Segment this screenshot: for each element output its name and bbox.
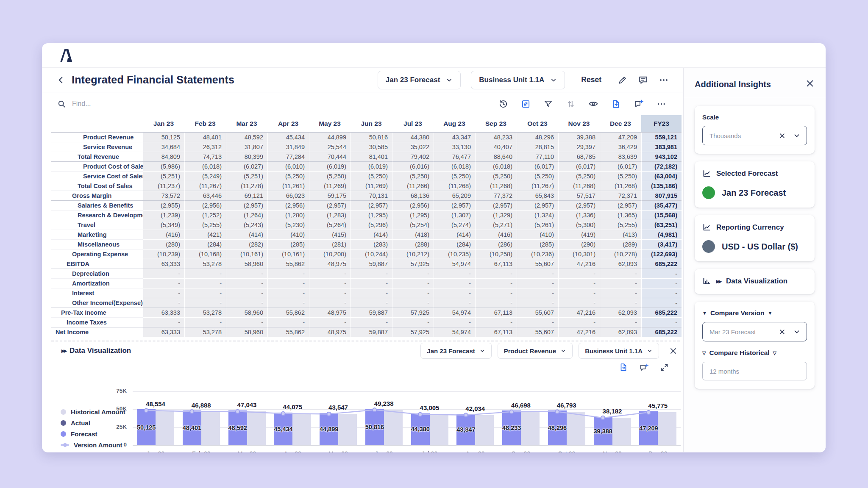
column-header[interactable]: May 23 bbox=[309, 115, 351, 132]
more-icon[interactable] bbox=[657, 99, 666, 109]
historical-bar[interactable] bbox=[612, 418, 631, 445]
table-cell[interactable]: (419) bbox=[558, 230, 600, 240]
table-cell[interactable]: 48,401 bbox=[184, 133, 226, 142]
row-label[interactable]: Pre-Tax Income bbox=[51, 308, 143, 318]
table-cell[interactable]: 57,925 bbox=[392, 259, 434, 269]
table-cell[interactable]: (5,261) bbox=[517, 220, 558, 230]
table-cell[interactable]: (282) bbox=[226, 240, 267, 250]
table-cell[interactable]: 55,607 bbox=[517, 259, 558, 269]
table-cell[interactable]: - bbox=[600, 269, 641, 279]
add-comment-icon[interactable] bbox=[634, 99, 644, 109]
table-cell[interactable]: - bbox=[434, 288, 475, 298]
table-cell[interactable]: (10,168) bbox=[184, 250, 226, 259]
table-cell[interactable]: 35,022 bbox=[392, 142, 434, 152]
table-cell[interactable]: - bbox=[267, 288, 309, 298]
historical-bar[interactable] bbox=[292, 413, 311, 445]
forecast-bar[interactable]: 50,125 bbox=[137, 409, 156, 445]
table-cell[interactable]: (6,017) bbox=[600, 162, 641, 172]
table-cell[interactable]: 50,816 bbox=[351, 133, 392, 142]
table-cell[interactable]: 62,093 bbox=[600, 259, 641, 269]
column-header[interactable]: Jun 23 bbox=[351, 115, 392, 132]
table-cell[interactable]: (5,271) bbox=[475, 220, 517, 230]
legend-item[interactable]: Forecast bbox=[61, 430, 125, 438]
table-cell-total[interactable]: (135,186) bbox=[641, 181, 682, 191]
table-cell[interactable]: (10,161) bbox=[267, 250, 309, 259]
history-icon[interactable] bbox=[498, 99, 508, 109]
table-cell[interactable]: 40,407 bbox=[475, 142, 517, 152]
table-cell[interactable]: 54,974 bbox=[434, 308, 475, 318]
table-cell[interactable]: - bbox=[351, 279, 392, 288]
table-cell[interactable]: (5,264) bbox=[309, 220, 351, 230]
table-cell[interactable]: (6,027) bbox=[226, 162, 267, 172]
table-cell[interactable]: - bbox=[392, 279, 434, 288]
table-cell[interactable]: 70,131 bbox=[351, 191, 392, 201]
table-cell[interactable]: 55,862 bbox=[267, 259, 309, 269]
table-cell[interactable]: 47,216 bbox=[558, 308, 600, 318]
table-cell[interactable]: (414) bbox=[434, 230, 475, 240]
table-cell[interactable]: 48,975 bbox=[309, 308, 351, 318]
table-cell[interactable]: (2,955) bbox=[143, 201, 184, 211]
table-cell-total[interactable]: (72,182) bbox=[641, 162, 682, 172]
table-cell[interactable]: 76,477 bbox=[434, 152, 475, 162]
expand-icon[interactable] bbox=[660, 363, 669, 372]
historical-bar[interactable] bbox=[658, 412, 676, 445]
table-cell-total[interactable]: - bbox=[641, 288, 682, 298]
table-cell-total[interactable]: - bbox=[641, 298, 682, 308]
table-cell[interactable]: (283) bbox=[351, 240, 392, 250]
table-cell[interactable]: - bbox=[184, 288, 226, 298]
compare-historical-input[interactable]: 12 months bbox=[702, 362, 807, 380]
table-cell[interactable]: (5,251) bbox=[143, 172, 184, 181]
table-cell[interactable]: 59,887 bbox=[351, 327, 392, 337]
table-cell[interactable]: - bbox=[558, 288, 600, 298]
table-cell[interactable]: - bbox=[184, 318, 226, 327]
table-cell[interactable]: - bbox=[309, 298, 351, 308]
table-cell[interactable]: 34,684 bbox=[143, 142, 184, 152]
table-cell[interactable]: 47,209 bbox=[600, 133, 641, 142]
table-cell[interactable]: (5,250) bbox=[392, 172, 434, 181]
table-cell[interactable]: (11,267) bbox=[517, 181, 558, 191]
table-cell[interactable]: (285) bbox=[267, 240, 309, 250]
table-cell[interactable]: 45,434 bbox=[267, 133, 309, 142]
table-cell[interactable]: (1,307) bbox=[434, 211, 475, 220]
table-cell[interactable]: 77,372 bbox=[475, 191, 517, 201]
table-cell[interactable]: - bbox=[143, 298, 184, 308]
table-cell[interactable]: (11,278) bbox=[226, 181, 267, 191]
table-cell[interactable]: (5,250) bbox=[267, 172, 309, 181]
find-input[interactable] bbox=[71, 100, 200, 108]
export-icon[interactable] bbox=[619, 363, 628, 372]
table-cell[interactable]: (5,250) bbox=[517, 172, 558, 181]
table-cell[interactable]: 68,136 bbox=[392, 191, 434, 201]
table-cell[interactable]: (416) bbox=[475, 230, 517, 240]
table-cell[interactable]: - bbox=[558, 318, 600, 327]
table-cell[interactable]: (5,249) bbox=[184, 172, 226, 181]
table-cell-total[interactable]: 685,222 bbox=[641, 327, 682, 337]
table-cell[interactable]: 58,960 bbox=[226, 308, 267, 318]
table-cell[interactable]: (6,016) bbox=[392, 162, 434, 172]
table-cell[interactable]: (2,957) bbox=[434, 201, 475, 211]
table-cell[interactable]: (11,269) bbox=[309, 181, 351, 191]
table-cell-total[interactable]: 685,222 bbox=[641, 259, 682, 269]
row-label[interactable]: Marketing bbox=[51, 230, 143, 240]
table-cell[interactable]: - bbox=[226, 288, 267, 298]
table-cell[interactable]: (5,255) bbox=[600, 220, 641, 230]
table-cell[interactable]: (289) bbox=[600, 240, 641, 250]
table-cell[interactable]: (416) bbox=[143, 230, 184, 240]
table-cell-total[interactable]: (4,981) bbox=[641, 230, 682, 240]
table-cell[interactable]: - bbox=[558, 298, 600, 308]
column-header-total[interactable]: FY23 bbox=[641, 115, 682, 132]
table-cell[interactable]: (286) bbox=[475, 240, 517, 250]
table-cell-total[interactable]: (63,251) bbox=[641, 220, 682, 230]
table-cell[interactable]: - bbox=[309, 318, 351, 327]
row-label[interactable]: Net Income bbox=[51, 327, 143, 337]
table-cell[interactable]: 33,130 bbox=[434, 142, 475, 152]
table-cell[interactable]: - bbox=[517, 318, 558, 327]
table-cell[interactable]: (10,239) bbox=[143, 250, 184, 259]
table-cell[interactable]: - bbox=[267, 269, 309, 279]
row-label[interactable]: Income Taxes bbox=[51, 318, 143, 327]
table-cell[interactable]: 68,785 bbox=[558, 152, 600, 162]
table-cell[interactable]: 88,640 bbox=[475, 152, 517, 162]
table-cell[interactable]: - bbox=[392, 269, 434, 279]
table-cell[interactable]: 67,113 bbox=[475, 259, 517, 269]
column-header[interactable]: Jul 23 bbox=[392, 115, 434, 132]
forecast-bar[interactable]: 48,233 bbox=[502, 410, 521, 445]
